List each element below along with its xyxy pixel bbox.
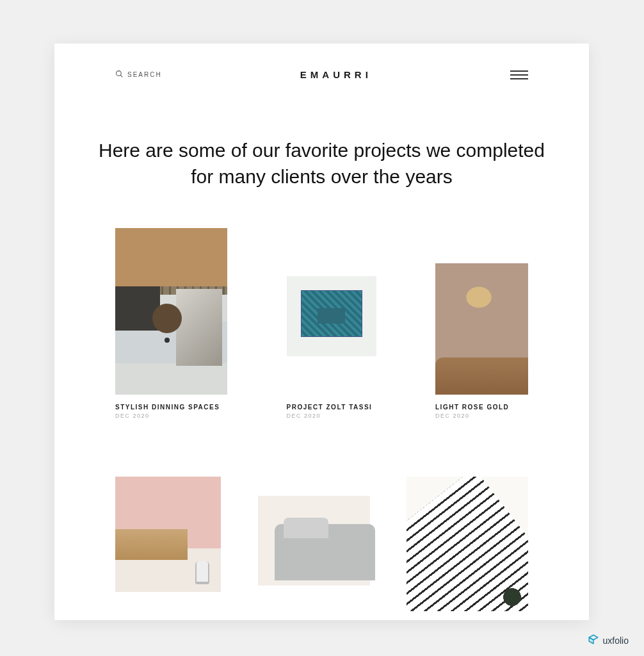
uxfolio-icon <box>588 634 599 647</box>
project-thumbnail <box>115 228 227 395</box>
project-card[interactable]: STYLISH DINNING SPACES DEC 2020 <box>115 228 227 419</box>
project-card[interactable] <box>115 477 221 601</box>
project-card[interactable] <box>407 477 528 620</box>
project-thumbnail <box>115 477 221 592</box>
project-title: STYLISH DINNING SPACES <box>115 404 227 411</box>
svg-line-1 <box>120 75 122 77</box>
project-row: STYLISH DINNING SPACES DEC 2020 PROJECT … <box>54 228 589 419</box>
search-label: SEARCH <box>127 71 162 78</box>
portfolio-page: SEARCH EMAURRI Here are some of our favo… <box>54 44 589 620</box>
page-headline: Here are some of our favorite projects w… <box>54 80 589 228</box>
menu-icon[interactable] <box>510 70 528 79</box>
project-card[interactable]: LIGHT ROSE GOLD DEC 2020 <box>435 237 528 419</box>
site-logo[interactable]: EMAURRI <box>300 69 372 80</box>
project-date: DEC 2020 <box>435 413 528 419</box>
uxfolio-badge[interactable]: uxfolio <box>588 634 629 647</box>
project-date: DEC 2020 <box>115 413 227 419</box>
project-thumbnail <box>258 496 370 586</box>
search-icon <box>115 70 124 79</box>
project-row <box>54 477 589 620</box>
search-button[interactable]: SEARCH <box>115 70 162 79</box>
project-card[interactable]: PROJECT ZOLT TASSI DEC 2020 <box>287 237 376 419</box>
project-thumbnail <box>287 276 376 356</box>
site-header: SEARCH EMAURRI <box>54 44 589 80</box>
svg-point-0 <box>117 71 122 76</box>
uxfolio-label: uxfolio <box>603 636 629 646</box>
project-thumbnail <box>435 263 528 395</box>
project-title: LIGHT ROSE GOLD <box>435 404 528 411</box>
project-date: DEC 2020 <box>287 413 376 419</box>
project-title: PROJECT ZOLT TASSI <box>287 404 376 411</box>
project-thumbnail <box>407 477 528 611</box>
project-card[interactable] <box>258 477 370 594</box>
